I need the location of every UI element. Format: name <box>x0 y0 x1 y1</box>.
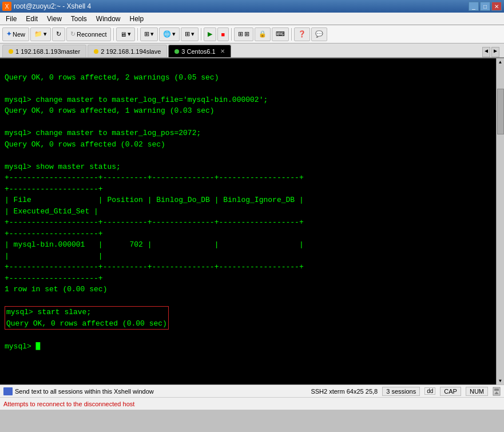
menu-tools[interactable]: Tools <box>66 14 92 24</box>
send-text-bar: Send text to all sessions within this Xs… <box>0 385 504 397</box>
lock-button[interactable]: 🔒 <box>255 27 271 41</box>
tab-session1[interactable]: 1 192.168.1.193master <box>2 45 86 57</box>
grid-button[interactable]: ⊞ ⊞ <box>234 27 253 41</box>
session-dropdown: ▾ <box>150 30 154 38</box>
lock-icon: 🔒 <box>259 30 267 38</box>
help-icon: ❓ <box>298 30 306 38</box>
tab-label-3: 3 Centos6.1 <box>181 48 215 55</box>
scroll-to-top-button[interactable] <box>493 387 501 396</box>
toolbar: ✦ New 📁 ▾ ↻ ↻ Reconnect 🖥 ▾ ⊞ ▾ 🌐 ▾ ⊞ ▾ … <box>0 25 504 43</box>
network-button[interactable]: 🌐 ▾ <box>159 27 180 41</box>
grid-icon2: ⊞ <box>244 30 249 38</box>
maximize-button[interactable]: □ <box>480 2 490 11</box>
apps-button[interactable]: ⊞ ▾ <box>181 27 199 41</box>
infobar-message: Attempts to reconnect to the disconnecte… <box>3 401 134 407</box>
apps-icon: ⊞ <box>185 30 190 38</box>
tab-close-button[interactable]: ✕ <box>220 48 225 54</box>
menu-file[interactable]: File <box>1 14 21 24</box>
keyboard-button[interactable]: ⌨ <box>272 27 289 41</box>
statusbar-icons: dd <box>424 387 435 395</box>
menu-edit[interactable]: Edit <box>21 14 42 24</box>
tab-label-1: 1 192.168.1.193master <box>15 48 80 55</box>
tab-status-dot-3 <box>174 49 179 54</box>
dd-icon: dd <box>424 387 435 395</box>
titlebar: X root@zuoyu2:~ - Xshell 4 _ □ ✕ <box>0 0 504 13</box>
tab-session2[interactable]: 2 192.168.1.194slave <box>88 45 167 57</box>
tab-label-2: 2 192.168.1.194slave <box>101 48 161 55</box>
window-title: root@zuoyu2:~ - Xshell 4 <box>14 2 91 10</box>
infobar: Attempts to reconnect to the disconnecte… <box>0 397 504 410</box>
monitor-button[interactable]: 🖥 ▾ <box>116 27 135 41</box>
svg-rect-1 <box>494 389 499 391</box>
scroll-right-button[interactable]: ▶ <box>491 47 499 57</box>
tab-session3[interactable]: 3 Centos6.1 ✕ <box>168 45 231 57</box>
grid-icon: ⊞ <box>238 30 243 38</box>
toolbar-separator-1 <box>113 28 114 41</box>
comment-button[interactable]: 💬 <box>311 27 327 41</box>
toolbar-separator-2 <box>137 28 138 41</box>
refresh-icon: ↻ <box>56 30 61 38</box>
folder-button[interactable]: 📁 ▾ <box>30 27 51 41</box>
scrollbar-thumb[interactable] <box>497 89 504 134</box>
folder-icon: 📁 <box>34 30 42 38</box>
statusbar-right: SSH2 xterm 64x25 25,8 3 sessions dd CAP … <box>311 387 501 396</box>
sessions-badge: 3 sessions <box>382 387 420 396</box>
menubar: File Edit View Tools Window Help <box>0 13 504 25</box>
new-label: New <box>13 31 25 38</box>
num-badge: NUM <box>466 387 488 396</box>
scrollbar[interactable]: ▲ ▼ <box>496 58 504 385</box>
comment-icon: 💬 <box>315 30 323 38</box>
tab-status-dot-1 <box>9 49 13 54</box>
new-button[interactable]: ✦ New <box>2 27 29 41</box>
window-controls[interactable]: _ □ ✕ <box>469 2 502 11</box>
cap-badge: CAP <box>440 387 461 396</box>
play-button[interactable]: ▶ <box>204 27 216 41</box>
main-area: Query OK, 0 rows affected, 2 warnings (0… <box>0 58 504 385</box>
terminal[interactable]: Query OK, 0 rows affected, 2 warnings (0… <box>0 58 496 385</box>
new-icon: ✦ <box>6 30 11 38</box>
monitor-dropdown: ▾ <box>128 30 131 38</box>
refresh-button[interactable]: ↻ <box>52 27 65 41</box>
reconnect-label: Reconnect <box>77 31 107 38</box>
stop-button[interactable]: ■ <box>217 27 229 41</box>
scroll-up-button[interactable]: ▲ <box>498 58 503 66</box>
toolbar-separator-4 <box>231 28 232 41</box>
network-dropdown: ▾ <box>172 30 176 38</box>
play-icon: ▶ <box>208 30 212 38</box>
titlebar-left: X root@zuoyu2:~ - Xshell 4 <box>2 2 91 11</box>
monitor-icon: 🖥 <box>120 31 126 38</box>
keyboard-icon: ⌨ <box>276 30 285 38</box>
scroll-down-button[interactable]: ▼ <box>498 377 503 385</box>
session-info: SSH2 xterm 64x25 25,8 <box>311 388 378 395</box>
toolbar-separator-3 <box>201 28 201 41</box>
minimize-button[interactable]: _ <box>469 2 479 11</box>
apps-dropdown: ▾ <box>191 30 195 38</box>
session-button[interactable]: ⊞ ▾ <box>140 27 158 41</box>
toolbar-separator-5 <box>291 28 292 41</box>
menu-help[interactable]: Help <box>125 14 149 24</box>
session-icon: ⊞ <box>144 30 149 38</box>
send-icon <box>3 387 13 395</box>
network-icon: 🌐 <box>163 30 171 38</box>
menu-view[interactable]: View <box>42 14 66 24</box>
tab-status-dot-2 <box>94 49 98 54</box>
terminal-content: Query OK, 0 rows affected, 2 warnings (0… <box>5 61 491 352</box>
help-button[interactable]: ❓ <box>294 27 310 41</box>
menu-window[interactable]: Window <box>92 14 125 24</box>
reconnect-button[interactable]: ↻ Reconnect <box>66 27 111 41</box>
folder-dropdown: ▾ <box>43 30 47 38</box>
close-button[interactable]: ✕ <box>491 2 502 11</box>
send-text-label[interactable]: Send text to all sessions within this Xs… <box>15 388 308 395</box>
scroll-left-button[interactable]: ◀ <box>482 47 490 57</box>
app-icon: X <box>2 2 11 11</box>
tabs-bar: 1 192.168.1.193master 2 192.168.1.194sla… <box>0 43 504 58</box>
reconnect-icon: ↻ <box>70 30 76 38</box>
stop-icon: ■ <box>221 31 225 38</box>
